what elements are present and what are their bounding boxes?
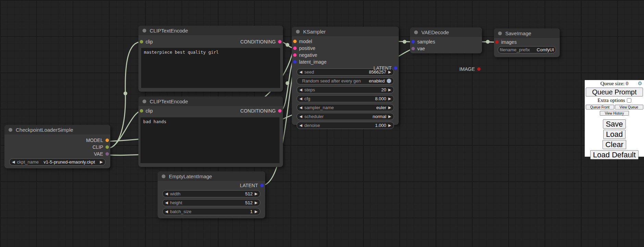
widget-label: denoise <box>304 123 320 128</box>
widget-value: 512 <box>245 200 253 205</box>
arrow-right-icon[interactable]: ▶ <box>388 124 391 127</box>
batch-size-widget[interactable]: ◀ batch_size 1 ▶ <box>162 208 260 215</box>
output-slot-conditioning[interactable] <box>278 109 282 113</box>
output-label-model: MODEL <box>86 138 103 143</box>
node-checkpoint-loader[interactable]: CheckpointLoaderSimple MODEL CLIP VAE ◀ … <box>4 125 110 168</box>
settings-gear-icon[interactable]: ⚙ <box>638 81 642 86</box>
load-default-button[interactable]: Load Default <box>590 150 639 159</box>
filename-prefix-widget[interactable]: filename_prefix ComfyUI <box>498 46 556 53</box>
save-button[interactable]: Save <box>603 119 626 129</box>
input-label-clip: clip <box>146 108 153 114</box>
extra-options-checkbox[interactable] <box>627 98 631 103</box>
node-clip-text-encode-positive[interactable]: CLIPTextEncode clip CONDITIONING masterp… <box>138 26 283 92</box>
node-ksampler[interactable]: KSampler model positive negative latent_… <box>292 27 399 125</box>
clear-button[interactable]: Clear <box>603 140 626 149</box>
positive-prompt-textarea[interactable]: masterpiece best quality girl <box>141 48 280 88</box>
node-empty-latent-image[interactable]: EmptyLatentImage LATENT ◀ width 512 ▶ ◀ … <box>158 171 265 218</box>
arrow-left-icon[interactable]: ◀ <box>299 97 302 101</box>
collapse-dot-icon[interactable] <box>498 31 502 35</box>
height-widget[interactable]: ◀ height 512 ▶ <box>162 199 260 206</box>
arrow-left-icon[interactable]: ◀ <box>165 192 168 196</box>
view-history-button[interactable]: View History <box>600 111 629 116</box>
steps-widget[interactable]: ◀ steps 20 ▶ <box>297 86 394 93</box>
arrow-left-icon[interactable]: ◀ <box>299 70 302 74</box>
arrow-right-icon[interactable]: ▶ <box>388 97 391 101</box>
output-slot-model[interactable] <box>106 139 109 142</box>
widget-value: 512 <box>245 191 253 196</box>
node-title-bar[interactable]: CLIPTextEncode <box>138 26 283 35</box>
arrow-right-icon[interactable]: ▶ <box>388 106 391 109</box>
input-slot-negative[interactable] <box>293 53 297 57</box>
scheduler-widget[interactable]: ◀ scheduler normal ▶ <box>297 113 394 120</box>
collapse-dot-icon[interactable] <box>143 100 146 103</box>
input-label-samples: samples <box>417 39 435 44</box>
widget-label: ckpt_name <box>17 159 39 165</box>
denoise-widget[interactable]: ◀ denoise 1.000 ▶ <box>297 122 394 129</box>
input-slot-latent-image[interactable] <box>293 60 297 64</box>
arrow-left-icon[interactable]: ◀ <box>299 106 302 109</box>
queue-prompt-button[interactable]: Queue Prompt <box>586 88 643 96</box>
node-title: SaveImage <box>505 30 531 36</box>
node-title-bar[interactable]: VAEDecode <box>410 27 482 37</box>
input-slot-images[interactable] <box>495 40 499 44</box>
widget-label: sampler_name <box>304 105 334 110</box>
collapse-dot-icon[interactable] <box>296 30 300 34</box>
input-slot-samples[interactable] <box>411 40 415 43</box>
negative-prompt-textarea[interactable]: bad hands <box>140 117 280 163</box>
arrow-left-icon[interactable]: ◀ <box>299 115 302 118</box>
input-slot-positive[interactable] <box>293 47 297 50</box>
widget-value: v1-5-pruned-emaonly.ckpt <box>44 159 95 165</box>
node-save-image[interactable]: SaveImage images filename_prefix ComfyUI <box>494 28 560 57</box>
toggle-enabled-icon[interactable] <box>387 79 391 83</box>
node-title-bar[interactable]: CLIPTextEncode <box>138 96 283 106</box>
node-title: KSampler <box>303 29 326 35</box>
arrow-left-icon[interactable]: ◀ <box>299 124 302 127</box>
output-slot-clip[interactable] <box>106 145 109 149</box>
input-slot-model[interactable] <box>293 40 297 43</box>
arrow-right-icon[interactable]: ▶ <box>388 88 391 92</box>
arrow-left-icon[interactable]: ◀ <box>165 201 168 205</box>
node-title-bar[interactable]: SaveImage <box>494 28 560 38</box>
collapse-dot-icon[interactable] <box>143 29 146 32</box>
cfg-widget[interactable]: ◀ cfg 8.000 ▶ <box>297 95 394 102</box>
arrow-left-icon[interactable]: ◀ <box>165 210 168 213</box>
node-title-bar[interactable]: KSampler <box>292 27 399 36</box>
output-slot-latent[interactable] <box>260 184 264 187</box>
collapse-dot-icon[interactable] <box>162 174 165 178</box>
arrow-left-icon[interactable]: ◀ <box>299 88 302 92</box>
widget-label: seed <box>304 69 314 75</box>
arrow-left-icon[interactable]: ◀ <box>12 160 15 164</box>
input-slot-clip[interactable] <box>140 40 143 43</box>
input-slot-clip[interactable] <box>140 109 143 113</box>
ckpt-name-widget[interactable]: ◀ ckpt_name v1-5-pruned-emaonly.ckpt ▶ <box>9 158 106 166</box>
random-seed-widget[interactable]: Random seed after every gen enabled <box>297 77 394 84</box>
collapse-dot-icon[interactable] <box>414 30 418 34</box>
queue-size-label: Queue size: 0 <box>600 81 629 86</box>
node-clip-text-encode-negative[interactable]: CLIPTextEncode clip CONDITIONING bad han… <box>138 96 283 167</box>
arrow-right-icon[interactable]: ▶ <box>255 201 258 205</box>
node-title-bar[interactable]: CheckpointLoaderSimple <box>4 125 110 134</box>
view-queue-button[interactable]: View Queue <box>615 105 643 109</box>
arrow-right-icon[interactable]: ▶ <box>255 210 258 213</box>
node-title-bar[interactable]: EmptyLatentImage <box>158 171 265 181</box>
output-slot-vae[interactable] <box>106 152 109 156</box>
input-label-negative: negative <box>299 52 317 58</box>
arrow-right-icon[interactable]: ▶ <box>100 160 103 164</box>
sampler-name-widget[interactable]: ◀ sampler_name euler ▶ <box>297 104 394 111</box>
extra-options-label: Extra options <box>597 98 625 103</box>
node-vae-decode[interactable]: VAEDecode samples vae IMAGE <box>410 27 482 53</box>
input-slot-vae[interactable] <box>411 47 415 50</box>
widget-label: cfg <box>304 96 310 101</box>
width-widget[interactable]: ◀ width 512 ▶ <box>162 190 260 197</box>
output-slot-conditioning[interactable] <box>278 40 282 43</box>
queue-panel: Queue size: 0 ⚙ Queue Prompt Extra optio… <box>585 80 644 157</box>
output-slot-image[interactable] <box>477 67 481 71</box>
arrow-right-icon[interactable]: ▶ <box>388 115 391 118</box>
link-midpoint-dot <box>403 40 407 44</box>
output-slot-latent[interactable] <box>394 66 397 70</box>
arrow-right-icon[interactable]: ▶ <box>255 192 258 196</box>
collapse-dot-icon[interactable] <box>9 128 12 132</box>
widget-label: batch_size <box>170 209 191 214</box>
queue-front-button[interactable]: Queue Front <box>586 105 614 109</box>
load-button[interactable]: Load <box>603 130 626 139</box>
